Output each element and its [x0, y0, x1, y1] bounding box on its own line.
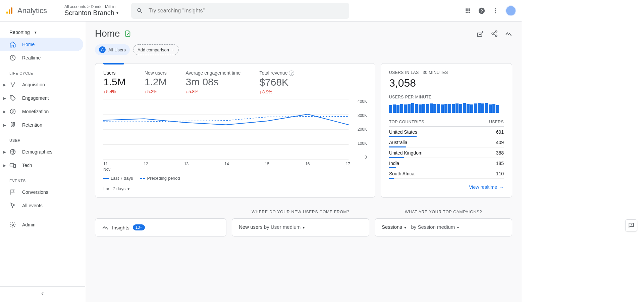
sidebar-item-acquisition[interactable]: ▶ Acquisition	[0, 78, 85, 91]
globe-icon	[9, 148, 16, 155]
sidebar-item-tech[interactable]: ▶ Tech	[0, 159, 85, 172]
realtime-value: 3,058	[389, 77, 504, 89]
section-user: USER	[0, 132, 85, 145]
acquisition-icon	[9, 81, 16, 88]
svg-rect-16	[10, 163, 14, 166]
metric-new-users[interactable]: New users1.2M↓ 5.2%	[145, 70, 167, 94]
svg-text:?: ?	[480, 8, 483, 13]
tag-icon	[9, 95, 16, 101]
realtime-row: United Kingdom388	[389, 147, 504, 158]
chevron-down-icon: ▼	[34, 31, 37, 34]
page-title: Home	[95, 28, 120, 39]
chevron-left-icon	[40, 291, 46, 297]
customize-icon[interactable]	[477, 30, 484, 37]
feedback-icon	[628, 222, 635, 229]
chevron-down-icon: ▼	[127, 187, 130, 191]
section-head-new-users: WHERE DO YOUR NEW USERS COME FROM?	[232, 210, 369, 214]
cursor-icon	[9, 202, 16, 209]
caret-right-icon: ▶	[3, 164, 6, 167]
gear-icon	[9, 221, 16, 228]
share-icon[interactable]	[491, 30, 498, 37]
sidebar-item-monetization[interactable]: ▶ $ Monetization	[0, 105, 85, 118]
chevron-down-icon: ▼	[116, 11, 119, 15]
realtime-row: United States691	[389, 127, 504, 137]
plus-icon: +	[172, 47, 174, 52]
x-axis-sublabel: Nov	[103, 167, 367, 172]
sidebar-item-allevents[interactable]: All events	[0, 199, 85, 212]
sidebar: Reporting ▼ Home Realtime LIFE CYCLE ▶ A…	[0, 21, 86, 302]
caret-right-icon: ▶	[3, 123, 6, 127]
property-name: Scranton Branch	[64, 9, 114, 17]
section-events: EVENTS	[0, 172, 85, 185]
users-chart: 400K300K200K100K0	[103, 99, 367, 160]
new-users-dimension-selector[interactable]: New users by User medium ▼	[239, 224, 362, 230]
sidebar-item-conversions[interactable]: Conversions	[0, 185, 85, 199]
sessions-metric-selector[interactable]: Sessions ▼	[382, 224, 407, 230]
search-icon	[137, 7, 143, 14]
sidebar-item-retention[interactable]: ▶ Retention	[0, 118, 85, 132]
segment-badge: A	[99, 46, 106, 53]
overview-card: Users1.5M↓ 5.4%New users1.2M↓ 5.2%Averag…	[95, 63, 375, 198]
metrics-row: Users1.5M↓ 5.4%New users1.2M↓ 5.2%Averag…	[103, 70, 367, 94]
devices-icon	[9, 162, 16, 169]
svg-point-6	[495, 10, 496, 11]
home-icon	[9, 41, 16, 48]
search-input[interactable]	[149, 8, 344, 14]
realtime-row: India185	[389, 158, 504, 168]
metric-total-revenue[interactable]: Total revenue?$768K↓ 8.9%	[259, 70, 294, 94]
realtime-sparkline	[389, 102, 504, 113]
add-comparison-button[interactable]: Add comparison +	[133, 44, 179, 55]
svg-rect-2	[11, 7, 12, 14]
new-users-card: New users by User medium ▼	[232, 218, 369, 236]
insights-sparkle-icon[interactable]	[505, 30, 512, 37]
feedback-button[interactable]	[625, 219, 637, 231]
sidebar-item-engagement[interactable]: ▶ Engagement	[0, 91, 85, 105]
metric-average-engagement-time[interactable]: Average engagement time3m 08s↓ 5.8%	[185, 70, 240, 94]
app-header: Analytics All accounts > Dunder Mifflin …	[0, 0, 522, 21]
property-selector[interactable]: All accounts > Dunder Mifflin Scranton B…	[64, 4, 119, 17]
sidebar-item-admin[interactable]: Admin	[0, 216, 85, 231]
chevron-down-icon: ▼	[457, 226, 460, 229]
sidebar-collapse[interactable]	[0, 286, 85, 302]
date-range-selector[interactable]: Last 7 days ▼	[103, 186, 367, 191]
verified-icon	[124, 30, 131, 37]
realtime-per-minute-label: USERS PER MINUTE	[389, 95, 504, 99]
svg-text:$: $	[12, 110, 14, 113]
main-pane: Home A All Users Add comparison	[86, 21, 522, 302]
arrow-down-icon: ↓	[185, 89, 188, 94]
svg-rect-1	[9, 9, 10, 14]
insights-icon	[102, 224, 109, 231]
sidebar-item-realtime[interactable]: Realtime	[0, 51, 85, 64]
help-icon[interactable]: ?	[478, 7, 485, 14]
insights-card[interactable]: Insights 10+	[95, 218, 226, 236]
svg-point-18	[12, 224, 14, 226]
arrow-down-icon: ↓	[103, 89, 106, 94]
realtime-title: USERS IN LAST 30 MINUTES	[389, 70, 504, 75]
apps-icon[interactable]	[465, 7, 471, 14]
view-realtime-link[interactable]: View realtime →	[469, 184, 504, 190]
sidebar-item-demographics[interactable]: ▶ Demographics	[0, 145, 85, 159]
svg-point-29	[631, 225, 632, 226]
reporting-selector[interactable]: Reporting ▼	[0, 27, 85, 38]
realtime-row: South Africa110	[389, 168, 504, 179]
insights-count-badge: 10+	[133, 224, 145, 230]
flag-icon	[9, 189, 16, 196]
user-avatar[interactable]	[505, 5, 516, 16]
more-icon[interactable]	[492, 7, 499, 14]
metric-users[interactable]: Users1.5M↓ 5.4%	[103, 70, 126, 94]
realtime-row: Australia409	[389, 137, 504, 147]
breadcrumb: All accounts > Dunder Mifflin	[64, 4, 119, 9]
arrow-right-icon: →	[499, 184, 504, 190]
search-box[interactable]	[131, 3, 349, 19]
sessions-dimension-selector[interactable]: by Session medium ▼	[411, 224, 460, 230]
segment-all-users[interactable]: A All Users	[95, 44, 130, 55]
section-lifecycle: LIFE CYCLE	[0, 64, 85, 78]
dollar-icon: $	[9, 108, 16, 115]
header-actions: ?	[465, 5, 516, 16]
sidebar-item-home[interactable]: Home	[0, 38, 83, 51]
reporting-label: Reporting	[9, 30, 30, 35]
x-axis-labels: 11121314151617	[103, 162, 367, 166]
magnet-icon	[9, 122, 16, 128]
caret-right-icon: ▶	[3, 96, 6, 100]
analytics-logo-icon	[5, 7, 13, 15]
